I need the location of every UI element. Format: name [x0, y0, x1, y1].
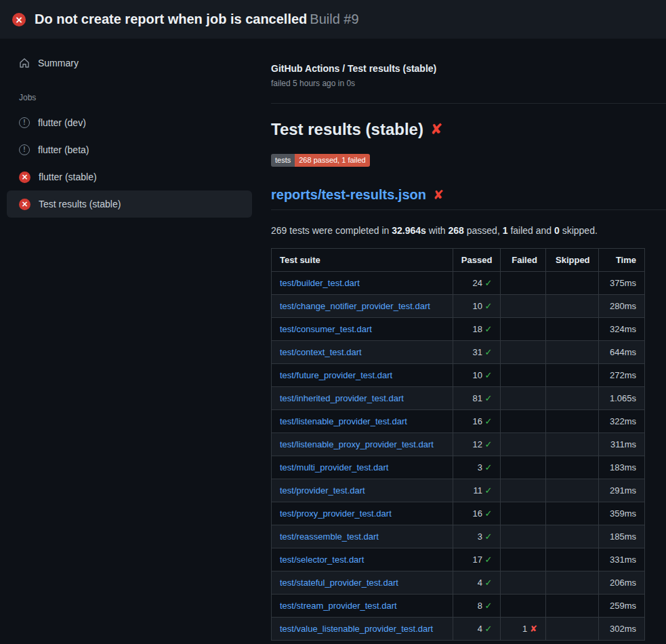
- test-suite-link[interactable]: test/consumer_test.dart: [280, 324, 372, 334]
- column-header: Test suite: [272, 249, 453, 272]
- passed-count: 16: [472, 416, 484, 426]
- test-suite-cell: test/value_listenable_provider_test.dart: [272, 618, 453, 641]
- test-suite-cell: test/builder_test.dart: [272, 272, 453, 295]
- passed-cell: 31 ✓: [453, 341, 501, 364]
- failed-cell: [501, 410, 545, 433]
- sidebar-item-job[interactable]: !flutter (beta): [7, 136, 252, 163]
- sidebar-item-summary[interactable]: Summary: [7, 51, 252, 75]
- column-header: Time: [598, 249, 644, 272]
- failed-cell: [501, 433, 545, 456]
- sidebar: Summary Jobs !flutter (dev)!flutter (bet…: [0, 39, 271, 644]
- passed-cell: 81 ✓: [453, 387, 501, 410]
- skipped-cell: [545, 595, 598, 618]
- check-icon: ✓: [484, 531, 492, 542]
- test-suite-link[interactable]: test/change_notifier_provider_test.dart: [280, 301, 430, 311]
- passed-count: 81: [472, 393, 484, 403]
- test-suite-cell: test/listenable_provider_test.dart: [272, 410, 453, 433]
- test-suite-link[interactable]: test/future_provider_test.dart: [280, 370, 392, 380]
- time-cell: 1.065s: [598, 387, 644, 410]
- skipped-cell: [545, 341, 598, 364]
- check-icon: ✓: [484, 485, 492, 496]
- test-suite-link[interactable]: test/multi_provider_test.dart: [280, 462, 388, 472]
- home-icon: [19, 58, 30, 68]
- time-cell: 272ms: [598, 364, 644, 387]
- test-suite-link[interactable]: test/value_listenable_provider_test.dart: [280, 624, 433, 634]
- test-suite-link[interactable]: test/selector_test.dart: [280, 555, 364, 565]
- test-suite-link[interactable]: test/proxy_provider_test.dart: [280, 508, 392, 519]
- sidebar-item-job[interactable]: ×flutter (stable): [7, 163, 252, 190]
- section-title: Test results (stable) ✘: [271, 120, 666, 139]
- table-row: test/value_listenable_provider_test.dart…: [272, 618, 645, 641]
- failed-count: 1: [522, 624, 530, 634]
- check-icon: ✓: [484, 278, 492, 288]
- check-icon: ✓: [484, 578, 492, 588]
- check-icon: ✓: [484, 624, 492, 634]
- failed-cell: [501, 502, 545, 525]
- test-suite-cell: test/change_notifier_provider_test.dart: [272, 295, 453, 318]
- skipped-cell: [545, 479, 598, 502]
- test-suite-link[interactable]: test/listenable_provider_test.dart: [280, 416, 407, 426]
- passed-cell: 3 ✓: [453, 525, 501, 548]
- report-file-link[interactable]: reports/test-results.json: [271, 187, 426, 203]
- failed-cell: [501, 595, 545, 618]
- passed-cell: 18 ✓: [453, 318, 501, 341]
- test-suite-cell: test/context_test.dart: [272, 341, 453, 364]
- check-icon: ✓: [484, 324, 492, 334]
- summary-segment: passed,: [464, 225, 503, 236]
- time-cell: 324ms: [598, 318, 644, 341]
- column-header: Passed: [453, 249, 501, 272]
- test-suite-link[interactable]: test/stream_provider_test.dart: [280, 601, 397, 611]
- skipped-cell: [545, 618, 598, 641]
- table-row: test/stream_provider_test.dart8 ✓259ms: [272, 595, 645, 618]
- check-icon: ✓: [484, 347, 492, 357]
- summary-segment: failed and: [508, 225, 555, 236]
- passed-count: 3: [478, 531, 485, 542]
- failed-cell: [501, 548, 545, 571]
- failed-cell: [501, 318, 545, 341]
- passed-count: 16: [472, 508, 484, 519]
- passed-cell: 3 ✓: [453, 456, 501, 479]
- failed-status-icon: ×: [19, 199, 30, 210]
- table-row: test/consumer_test.dart18 ✓324ms: [272, 318, 645, 341]
- main-content: GitHub Actions / Test results (stable) f…: [271, 39, 666, 644]
- test-suite-cell: test/listenable_proxy_provider_test.dart: [272, 433, 453, 456]
- sidebar-summary-label: Summary: [38, 58, 79, 68]
- failed-cell: [501, 364, 545, 387]
- passed-count: 3: [478, 462, 485, 472]
- cross-icon: ✘: [530, 624, 537, 634]
- test-suite-cell: test/proxy_provider_test.dart: [272, 502, 453, 525]
- failed-cell: [501, 272, 545, 295]
- skipped-cell: [545, 272, 598, 295]
- jobs-section-label: Jobs: [19, 93, 252, 102]
- passed-cell: 17 ✓: [453, 548, 501, 571]
- passed-cell: 12 ✓: [453, 433, 501, 456]
- test-suite-link[interactable]: test/provider_test.dart: [280, 485, 365, 496]
- sidebar-item-job[interactable]: !flutter (dev): [7, 109, 252, 136]
- check-icon: ✓: [484, 416, 492, 426]
- passed-count: 10: [472, 301, 484, 311]
- failed-cell: 1 ✘: [501, 618, 545, 641]
- column-header: Skipped: [545, 249, 598, 272]
- failed-cell: [501, 479, 545, 502]
- alert-status-icon: !: [19, 117, 30, 128]
- sidebar-item-label: flutter (stable): [39, 172, 97, 182]
- passed-count: 8: [478, 601, 485, 611]
- run-title: Do not create report when job is cancell…: [35, 12, 307, 26]
- time-cell: 302ms: [598, 618, 644, 641]
- test-suite-link[interactable]: test/inherited_provider_test.dart: [280, 393, 404, 403]
- test-suite-link[interactable]: test/reassemble_test.dart: [280, 531, 379, 542]
- table-row: test/selector_test.dart17 ✓331ms: [272, 548, 645, 571]
- failed-cell: [501, 295, 545, 318]
- failed-cell: [501, 525, 545, 548]
- skipped-cell: [545, 456, 598, 479]
- test-suite-link[interactable]: test/context_test.dart: [280, 347, 362, 357]
- test-suite-link[interactable]: test/builder_test.dart: [280, 278, 360, 288]
- summary-segment: 269 tests were completed in: [271, 225, 392, 236]
- test-suite-link[interactable]: test/stateful_provider_test.dart: [280, 578, 398, 588]
- summary-text: 269 tests were completed in 32.964s with…: [271, 225, 666, 236]
- test-suite-link[interactable]: test/listenable_proxy_provider_test.dart: [280, 439, 434, 449]
- sidebar-item-job[interactable]: ×Test results (stable): [7, 190, 252, 218]
- summary-segment: 1: [503, 225, 508, 236]
- test-suite-cell: test/reassemble_test.dart: [272, 525, 453, 548]
- passed-count: 4: [478, 578, 485, 588]
